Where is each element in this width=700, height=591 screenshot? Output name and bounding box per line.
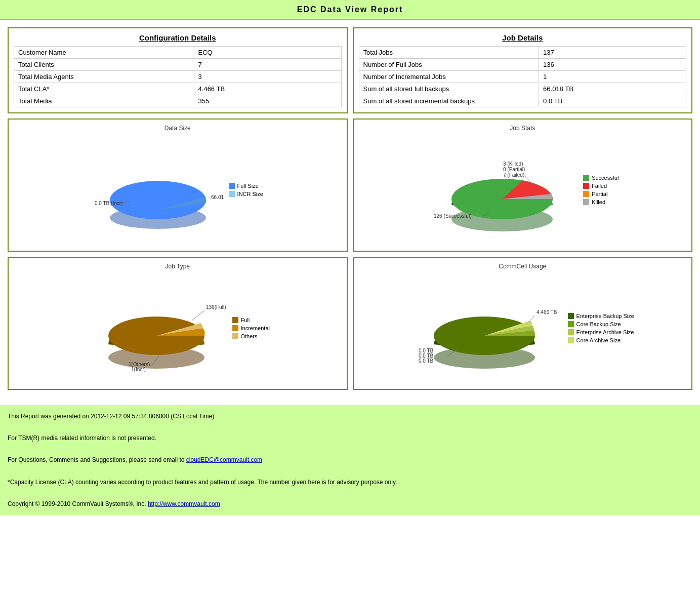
footer-copyright: Copyright © 1999-2010 CommVault Systems®… <box>8 499 692 510</box>
incr-type-label: 1(Incr) <box>131 367 146 372</box>
legend-item: Failed <box>583 183 619 189</box>
svg-point-1 <box>110 181 206 219</box>
legend-item: Killed <box>583 199 619 205</box>
legend-color <box>568 321 574 327</box>
job-type-legend: FullIncrementalOthers <box>232 317 270 339</box>
footer: This Report was generated on 2012-12-12 … <box>0 405 700 516</box>
footer-contact: For Questions, Comments and Suggestions,… <box>8 455 692 466</box>
job-type-svg: 136(Full) 1(Others) 1(Incr) <box>86 278 227 379</box>
legend-color <box>229 183 235 189</box>
data-size-pie: 66.018 TB (Full) 0.0 TB (Incr) <box>92 144 224 235</box>
job-stats-svg: 3 (Killed) 0 (Partial) 7 (Failed) 126 (S… <box>426 139 578 241</box>
footer-capacity: *Capacity License (CLA) counting varies … <box>8 477 692 488</box>
legend-item: Partial <box>583 191 619 197</box>
job-type-title: Job Type <box>14 263 342 270</box>
footer-generated: This Report was generated on 2012-12-12 … <box>8 411 692 422</box>
legend-label: INCR Size <box>237 191 263 197</box>
commcell-legend: Enterprise Backup SizeCore Backup SizeEn… <box>568 313 634 343</box>
job-type-chart-area: 136(Full) 1(Others) 1(Incr) FullIncremen… <box>14 272 342 384</box>
legend-color <box>232 325 238 331</box>
legend-color <box>568 337 574 343</box>
legend-item: INCR Size <box>229 191 263 197</box>
legend-label: Full Size <box>237 183 259 189</box>
commcell-panel: CommCell Usage 4.4 <box>353 257 693 390</box>
config-table: Customer NameECQTotal Clients7Total Medi… <box>14 46 342 107</box>
legend-label: Others <box>241 333 258 339</box>
table-row: Customer NameECQ <box>14 47 342 59</box>
job-stats-panel: Job Stats <box>353 119 693 252</box>
job-stats-legend: SuccessfulFailedPartialKilled <box>583 175 619 205</box>
jobs-title: Job Details <box>359 33 687 42</box>
killed-label: 3 (Killed) <box>503 161 523 167</box>
svg-line-9 <box>192 310 204 321</box>
table-row: Sum of all stored incremental backups0.0… <box>359 95 686 107</box>
contact-email-link[interactable]: cloudEDC@commvault.com <box>186 456 262 463</box>
table-row: Total Jobs137 <box>359 47 686 59</box>
legend-item: Full Size <box>229 183 263 189</box>
copyright-link[interactable]: http://www.commvault.com <box>148 500 220 507</box>
commcell-label-3: 0.0 TB <box>419 358 434 364</box>
job-type-panel: Job Type <box>8 257 348 390</box>
legend-item: Incremental <box>232 325 270 331</box>
data-size-svg: 66.018 TB (Full) 0.0 TB (Incr) <box>92 144 224 235</box>
table-row: Total Clients7 <box>14 59 342 71</box>
commcell-main-label: 4.466 TB <box>537 309 557 315</box>
job-stats-chart-area: 3 (Killed) 0 (Partial) 7 (Failed) 126 (S… <box>359 134 687 246</box>
job-stats-title: Job Stats <box>359 125 687 132</box>
legend-label: Enterprise Archive Size <box>577 329 634 335</box>
legend-item: Enterprise Archive Size <box>568 329 634 335</box>
commcell-pie: 4.466 TB 0.0 TB 0.0 TB 0.0 TB <box>411 278 563 379</box>
data-size-title: Data Size <box>14 125 342 132</box>
config-panel: Configuration Details Customer NameECQTo… <box>8 27 348 113</box>
legend-label: Failed <box>592 183 607 189</box>
legend-color <box>583 199 589 205</box>
legend-label: Enterprise Backup Size <box>577 313 634 319</box>
table-row: Total Media Agents3 <box>14 71 342 83</box>
legend-color <box>232 317 238 323</box>
full-type-label: 136(Full) <box>206 304 226 310</box>
legend-item: Full <box>232 317 270 323</box>
data-size-chart-area: 66.018 TB (Full) 0.0 TB (Incr) Full Size… <box>14 134 342 246</box>
legend-color <box>583 183 589 189</box>
legend-label: Full <box>241 317 250 323</box>
table-row: Number of Full Jobs136 <box>359 59 686 71</box>
legend-label: Killed <box>592 199 605 205</box>
data-size-panel: Data Size 66.018 TB (Full) <box>8 119 348 252</box>
legend-label: Core Archive Size <box>577 337 621 343</box>
legend-item: Others <box>232 333 270 339</box>
legend-label: Partial <box>592 191 607 197</box>
failed-label: 7 (Failed) <box>503 172 524 178</box>
table-row: Sum of all stored full backups66.018 TB <box>359 83 686 95</box>
successful-label: 126 (Successful) <box>434 213 471 219</box>
job-stats-pie: 3 (Killed) 0 (Partial) 7 (Failed) 126 (S… <box>426 139 578 241</box>
legend-color <box>568 313 574 319</box>
legend-label: Successful <box>592 175 619 181</box>
legend-color <box>229 191 235 197</box>
table-row: Total CLA*4.466 TB <box>14 83 342 95</box>
legend-label: Incremental <box>241 325 270 331</box>
config-title: Configuration Details <box>14 33 342 42</box>
data-size-legend: Full SizeINCR Size <box>229 183 263 197</box>
page-title: EDC Data View Report <box>0 0 700 20</box>
jobs-table: Total Jobs137Number of Full Jobs136Numbe… <box>359 46 687 107</box>
legend-color <box>583 191 589 197</box>
legend-color <box>232 333 238 339</box>
footer-tsm: For TSM(R) media related information is … <box>8 433 692 444</box>
commcell-chart-area: 4.466 TB 0.0 TB 0.0 TB 0.0 TB Enterprise… <box>359 272 687 384</box>
commcell-title: CommCell Usage <box>359 263 687 270</box>
table-row: Total Media355 <box>14 95 342 107</box>
full-label: 66.018 TB (Full) <box>211 194 224 200</box>
legend-item: Core Archive Size <box>568 337 634 343</box>
job-type-pie: 136(Full) 1(Others) 1(Incr) <box>86 278 227 379</box>
legend-item: Core Backup Size <box>568 321 634 327</box>
commcell-svg: 4.466 TB 0.0 TB 0.0 TB 0.0 TB <box>411 278 563 379</box>
legend-item: Successful <box>583 175 619 181</box>
legend-item: Enterprise Backup Size <box>568 313 634 319</box>
table-row: Number of Incremental Jobs1 <box>359 71 686 83</box>
legend-label: Core Backup Size <box>577 321 621 327</box>
jobs-panel: Job Details Total Jobs137Number of Full … <box>353 27 693 113</box>
legend-color <box>583 175 589 181</box>
incr-label: 0.0 TB (Incr) <box>95 201 122 206</box>
legend-color <box>568 329 574 335</box>
partial-label: 0 (Partial) <box>503 167 525 172</box>
